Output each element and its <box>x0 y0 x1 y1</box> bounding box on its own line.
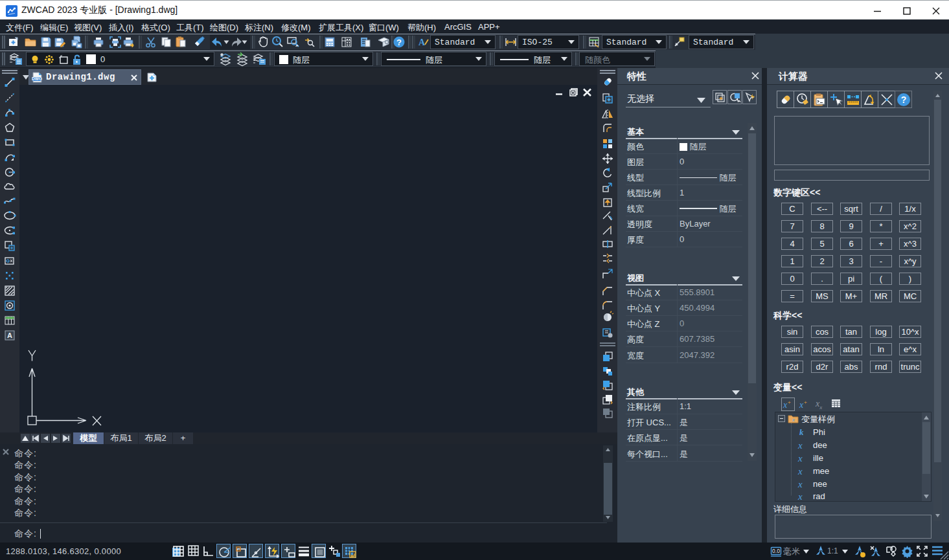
svg-text:?: ? <box>900 95 906 105</box>
svg-text:A: A <box>418 38 426 47</box>
svg-text:0.0: 0.0 <box>772 548 780 554</box>
svg-text:DWG: DWG <box>32 76 42 81</box>
svg-text:A: A <box>7 331 12 339</box>
svg-text:?: ? <box>396 38 402 47</box>
svg-text:x: x <box>792 416 795 423</box>
